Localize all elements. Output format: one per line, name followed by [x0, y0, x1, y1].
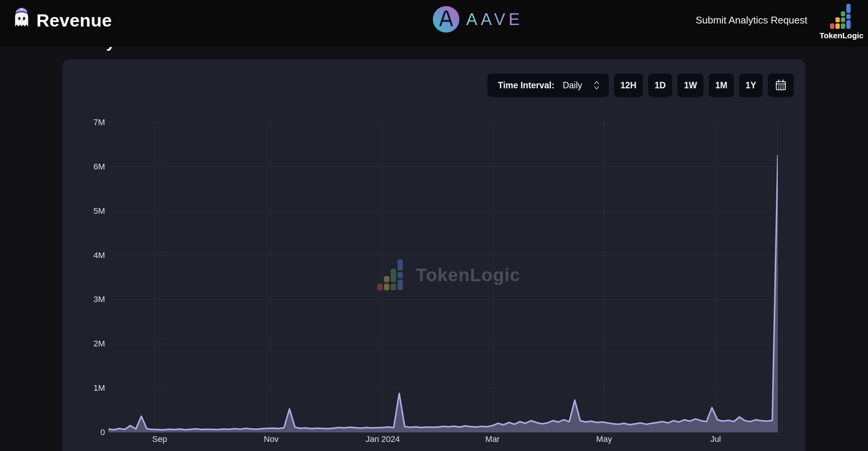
tokenlogic-logo[interactable]: TokenLogic [819, 4, 861, 40]
y-axis-tick-label: 7M [70, 117, 105, 128]
x-axis-tick-label: May [578, 434, 631, 444]
x-axis-tick-label: Jul [689, 434, 742, 444]
x-axis-tick-label: Mar [466, 434, 519, 444]
calendar-button[interactable] [768, 74, 794, 97]
tokenlogic-logo-text: TokenLogic [819, 31, 861, 40]
interval-button-1w[interactable]: 1W [677, 74, 703, 97]
y-axis-tick-label: 4M [70, 250, 105, 261]
y-axis-tick-label: 3M [70, 294, 105, 305]
page-title: Revenue [36, 10, 112, 31]
y-axis-tick-label: 6M [70, 161, 105, 172]
clipped-section-title: y [106, 47, 119, 52]
revenue-chart-card: Time Interval: Daily 12H 1D 1W 1M 1Y [63, 59, 805, 451]
aave-logo: AAVE [432, 5, 523, 33]
interval-button-1y[interactable]: 1Y [739, 74, 763, 97]
tokenlogic-watermark: TokenLogic [373, 259, 520, 290]
aave-wordmark: AAVE [466, 10, 523, 29]
x-axis-tick-label: Nov [244, 434, 298, 444]
time-interval-label: Time Interval: [498, 80, 555, 91]
x-axis-tick-label: Sep [133, 434, 186, 444]
y-axis-tick-label: 2M [70, 338, 105, 349]
x-axis-tick-label: Jan 2024 [356, 434, 409, 444]
chevron-up-down-icon [594, 80, 600, 91]
time-interval-value: Daily [563, 80, 582, 91]
interval-button-1m[interactable]: 1M [709, 74, 734, 97]
revenue-area-fill [108, 156, 778, 432]
tokenlogic-watermark-text: TokenLogic [416, 265, 520, 285]
aave-circle-mark [432, 5, 460, 33]
revenue-line [108, 156, 778, 430]
y-axis-tick-label: 5M [70, 206, 105, 216]
y-axis-tick-label: 1M [70, 383, 105, 393]
time-interval-dropdown[interactable]: Time Interval: Daily [487, 74, 609, 97]
top-header: Revenue AAVE Submit Analytics Request [0, 0, 868, 47]
chart-controls: Time Interval: Daily 12H 1D 1W 1M 1Y [487, 74, 794, 97]
aave-ghost-icon [11, 6, 33, 30]
submit-analytics-request-link[interactable]: Submit Analytics Request [696, 14, 807, 26]
y-axis-tick-label: 0 [70, 427, 105, 438]
calendar-icon [775, 79, 787, 92]
tokenlogic-watermark-bars-icon [373, 259, 407, 290]
tokenlogic-bars-icon [829, 4, 852, 29]
interval-button-1d[interactable]: 1D [648, 74, 672, 97]
interval-button-12h[interactable]: 12H [614, 74, 643, 97]
